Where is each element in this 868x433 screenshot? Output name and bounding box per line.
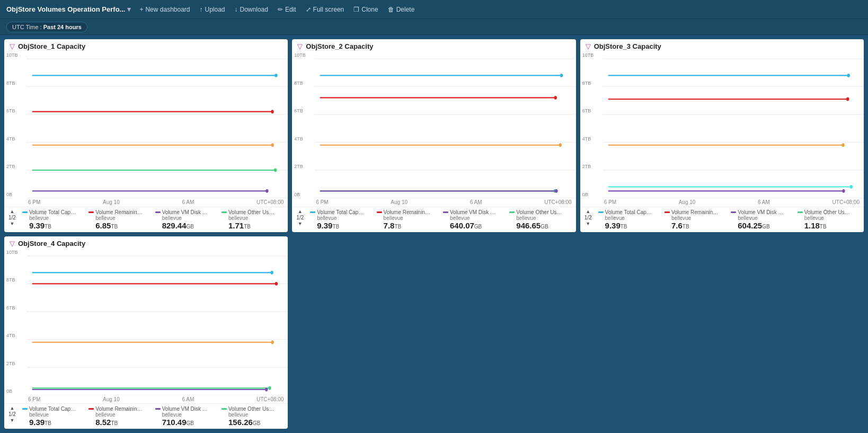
- chevron-icon[interactable]: ▾: [127, 5, 131, 13]
- title-text: ObjStore Volumes Operation Perfo...: [6, 5, 125, 13]
- svg-point-13: [274, 169, 277, 172]
- metric-color-indicator: [155, 211, 161, 213]
- metrics-bar: ▲1/2▼Volume Total Capacit...bellevue9.39…: [580, 207, 864, 232]
- upload-icon: ↑: [200, 6, 203, 13]
- topbar-actions: + New dashboard ↑ Upload ↓ Download ✏ Ed…: [135, 4, 419, 15]
- filter-icon: ▽: [10, 240, 15, 248]
- download-button[interactable]: ↓ Download: [231, 4, 272, 15]
- panel-header-0: ▽ObjStore_1 Capacity: [4, 39, 288, 51]
- metric-item-0: Volume Total Capacit...bellevue9.39TB: [22, 406, 84, 427]
- pagination[interactable]: ▲1/2▼: [296, 209, 304, 226]
- svg-point-59: [271, 340, 273, 344]
- svg-point-41: [846, 98, 849, 101]
- svg-point-15: [265, 189, 268, 193]
- clone-button[interactable]: ❐ Clone: [349, 4, 382, 15]
- metrics-bar: ▲1/2▼Volume Total Capacit...bellevue9.39…: [4, 403, 288, 429]
- metric-item-0: Volume Total Capacit...bellevue9.39TB: [598, 209, 660, 230]
- chart-area: 0B2TB4TB6TB8TB10TB: [580, 51, 864, 198]
- time-filter-badge[interactable]: UTC Time : Past 24 hours: [6, 22, 87, 32]
- panel-title: ObjStore_4 Capacity: [18, 240, 85, 248]
- filter-icon: ▽: [10, 42, 15, 50]
- svg-point-55: [271, 270, 273, 274]
- time-filter-bar: UTC Time : Past 24 hours: [0, 19, 868, 35]
- metric-item-1: Volume Remaining Cap...bellevue7.8TB: [377, 209, 439, 230]
- metrics-bar: ▲1/2▼Volume Total Capacit...bellevue9.39…: [4, 207, 288, 232]
- metric-item-1: Volume Remaining Cap...bellevue6.85TB: [88, 209, 150, 230]
- x-axis: 6 PMAug 106 AMUTC+08:00: [292, 198, 575, 207]
- metric-color-indicator: [155, 408, 161, 410]
- panel-panel1: ▽ObjStore_1 Capacity0B2TB4TB6TB8TB10TB6 …: [4, 39, 288, 232]
- fullscreen-icon: ⤢: [306, 6, 311, 13]
- svg-point-9: [271, 110, 273, 113]
- plus-icon: +: [139, 6, 143, 13]
- metric-item-2: Volume VM Disk Used ...bellevue710.49GB: [155, 406, 217, 427]
- svg-point-45: [849, 185, 852, 189]
- dashboard-title: ObjStore Volumes Operation Perfo... ▾: [6, 5, 131, 13]
- metric-color-indicator: [509, 211, 515, 213]
- metric-color-indicator: [598, 211, 604, 213]
- y-axis-labels: 0B2TB4TB6TB8TB10TB: [6, 51, 18, 198]
- panel-panel3: ▽ObjStore_3 Capacity0B2TB4TB6TB8TB10TB6 …: [580, 39, 864, 232]
- svg-point-43: [842, 143, 844, 147]
- chart-area: 0B2TB4TB6TB8TB10TB: [292, 51, 575, 198]
- chart-area: 0B2TB4TB6TB8TB10TB: [4, 51, 288, 198]
- svg-point-7: [274, 74, 277, 77]
- metric-item-2: Volume VM Disk Used ...bellevue829.44GB: [155, 209, 217, 230]
- metric-color-indicator: [377, 211, 382, 213]
- metric-color-indicator: [310, 211, 315, 213]
- svg-point-57: [275, 281, 278, 285]
- fullscreen-button[interactable]: ⤢ Full screen: [302, 4, 349, 15]
- metric-color-indicator: [22, 408, 28, 410]
- x-axis: 6 PMAug 106 AMUTC+08:00: [580, 198, 864, 207]
- upload-button[interactable]: ↑ Upload: [196, 4, 229, 15]
- pagination[interactable]: ▲1/2▼: [8, 209, 16, 226]
- svg-point-31: [555, 189, 558, 193]
- filter-icon: ▽: [586, 42, 591, 50]
- metric-color-indicator: [443, 211, 448, 213]
- chart-area: 0B2TB4TB6TB8TB10TB: [4, 249, 288, 395]
- metric-item-2: Volume VM Disk Used ...bellevue640.07GB: [443, 209, 505, 230]
- metric-item-2: Volume VM Disk Used ...bellevue604.25GB: [731, 209, 793, 230]
- topbar: ObjStore Volumes Operation Perfo... ▾ + …: [0, 0, 868, 19]
- delete-icon: 🗑: [388, 6, 394, 13]
- svg-point-61: [268, 386, 271, 390]
- metric-color-indicator: [88, 408, 94, 410]
- metric-item-3: Volume Other Used Ca...bellevue156.26GB: [222, 406, 284, 427]
- chart-svg: [26, 249, 288, 395]
- metric-item-0: Volume Total Capacit...bellevue9.39TB: [22, 209, 84, 230]
- edit-button[interactable]: ✏ Edit: [273, 4, 300, 15]
- metric-color-indicator: [665, 211, 670, 213]
- panel-title: ObjStore_1 Capacity: [18, 42, 85, 50]
- new-dashboard-button[interactable]: + New dashboard: [135, 4, 194, 15]
- edit-icon: ✏: [278, 6, 283, 13]
- svg-point-39: [847, 74, 849, 77]
- metric-item-1: Volume Remaining Cap...bellevue8.52TB: [88, 406, 150, 427]
- metric-color-indicator: [222, 408, 227, 410]
- svg-point-11: [271, 143, 274, 147]
- pagination[interactable]: ▲1/2▼: [584, 209, 592, 226]
- x-axis: 6 PMAug 106 AMUTC+08:00: [4, 198, 288, 207]
- filter-icon: ▽: [297, 42, 303, 50]
- y-axis-labels: 0B2TB4TB6TB8TB10TB: [582, 51, 594, 198]
- metric-color-indicator: [731, 211, 736, 213]
- x-axis: 6 PMAug 106 AMUTC+08:00: [4, 395, 288, 403]
- pagination[interactable]: ▲1/2▼: [8, 406, 16, 423]
- metric-color-indicator: [22, 211, 28, 213]
- panel-panel2: ▽ObjStore_2 Capacity0B2TB4TB6TB8TB10TB6 …: [292, 39, 575, 232]
- metric-color-indicator: [88, 211, 94, 213]
- svg-point-63: [265, 387, 268, 391]
- chart-svg: [26, 51, 288, 198]
- metrics-bar: ▲1/2▼Volume Total Capacit...bellevue9.39…: [292, 207, 575, 232]
- svg-point-25: [554, 96, 557, 100]
- metric-color-indicator: [798, 211, 803, 213]
- panel-header-2: ▽ObjStore_3 Capacity: [580, 39, 864, 51]
- download-icon: ↓: [235, 6, 238, 13]
- metric-item-3: Volume Other Used Ca...bellevue1.18TB: [798, 209, 860, 230]
- dashboard-grid: ▽ObjStore_1 Capacity0B2TB4TB6TB8TB10TB6 …: [0, 35, 868, 433]
- delete-button[interactable]: 🗑 Delete: [384, 4, 419, 15]
- panel-title: ObjStore_2 Capacity: [306, 42, 373, 50]
- panel-title: ObjStore_3 Capacity: [594, 42, 661, 50]
- svg-point-23: [560, 74, 563, 77]
- chart-svg: [314, 51, 575, 198]
- svg-point-27: [559, 143, 562, 147]
